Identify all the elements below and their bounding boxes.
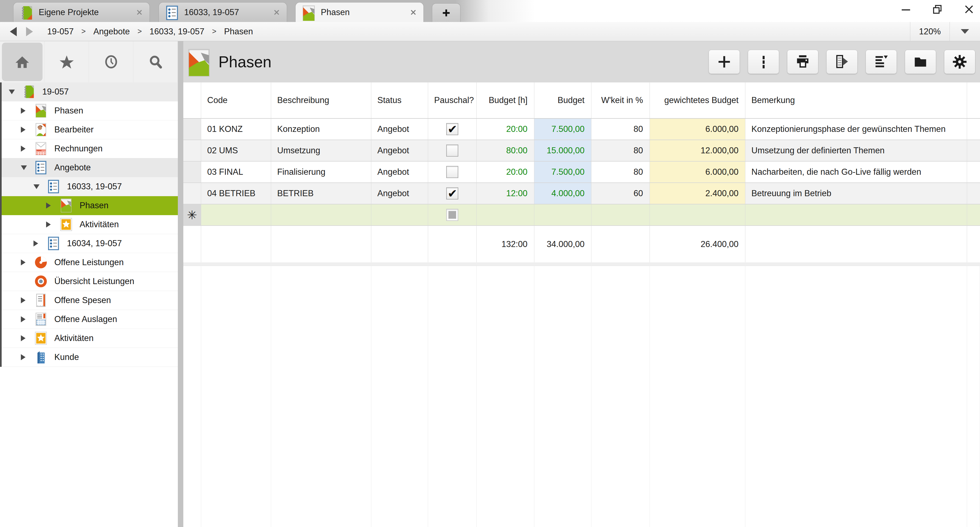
cell-beschreibung[interactable]: Konzeption bbox=[271, 119, 371, 140]
export-button[interactable] bbox=[826, 50, 858, 74]
cell-code[interactable]: 03 FINAL bbox=[201, 161, 271, 182]
close-tab-icon[interactable] bbox=[274, 10, 280, 15]
cell-gewichtetes-budget[interactable]: 2.400,00 bbox=[650, 183, 745, 204]
new-cell-budget-h[interactable] bbox=[477, 204, 535, 225]
cell-wkeit[interactable]: 80 bbox=[592, 140, 650, 161]
breadcrumb-item[interactable]: Angebote bbox=[93, 27, 130, 37]
tree-item-bearbeiter[interactable]: Bearbeiter bbox=[2, 120, 178, 139]
cell-bemerkung[interactable]: Nacharbeiten, die nach Go-Live fällig we… bbox=[745, 161, 967, 182]
column-header-budget-h[interactable]: Budget [h] bbox=[477, 82, 535, 118]
cell-beschreibung[interactable]: BETRIEB bbox=[271, 183, 371, 204]
settings-button[interactable] bbox=[944, 50, 975, 74]
cell-gewichtetes-budget[interactable]: 6.000,00 bbox=[650, 161, 745, 182]
print-button[interactable] bbox=[787, 50, 818, 74]
new-cell-budget[interactable] bbox=[535, 204, 592, 225]
cell-gewichtetes-budget[interactable]: 6.000,00 bbox=[650, 119, 745, 140]
tree-item-16034[interactable]: 16034, 19-057 bbox=[2, 234, 178, 253]
row-header-cell[interactable] bbox=[183, 119, 201, 140]
close-tab-icon[interactable] bbox=[410, 10, 416, 15]
pauschal-checkbox[interactable] bbox=[446, 123, 458, 135]
cell-status[interactable]: Angebot bbox=[371, 140, 428, 161]
cell-budget[interactable]: 15.000,00 bbox=[535, 140, 592, 161]
column-header-code[interactable]: Code bbox=[201, 82, 271, 118]
tree-item-rechnungen[interactable]: Rechnungen bbox=[2, 139, 178, 158]
tree-item-aktivitaeten-2[interactable]: Aktivitäten bbox=[2, 329, 178, 348]
cell-bemerkung[interactable]: Umsetzung der definierten Themen bbox=[745, 140, 967, 161]
pauschal-checkbox[interactable] bbox=[446, 145, 458, 157]
tree-item-angebote[interactable]: Angebote bbox=[2, 158, 178, 177]
add-button[interactable] bbox=[709, 50, 740, 74]
cell-wkeit[interactable]: 60 bbox=[592, 183, 650, 204]
nav-favorites-tab[interactable] bbox=[45, 41, 89, 82]
cell-status[interactable]: Angebot bbox=[371, 183, 428, 204]
pauschal-checkbox-disabled[interactable] bbox=[446, 209, 458, 221]
cell-code[interactable]: 04 BETRIEB bbox=[201, 183, 271, 204]
cell-wkeit[interactable]: 80 bbox=[592, 119, 650, 140]
cell-gewichtetes-budget[interactable]: 12.000,00 bbox=[650, 140, 745, 161]
cell-code[interactable]: 01 KONZ bbox=[201, 119, 271, 140]
breadcrumb-item[interactable]: 19-057 bbox=[47, 27, 74, 37]
new-cell-wkeit[interactable] bbox=[592, 204, 650, 225]
tree-item-offene-spesen[interactable]: Offene Spesen bbox=[2, 291, 178, 310]
pauschal-checkbox[interactable] bbox=[446, 166, 458, 178]
new-row[interactable]: ✳ bbox=[183, 204, 980, 226]
cell-budget[interactable]: 4.000,00 bbox=[535, 183, 592, 204]
breadcrumb-item[interactable]: Phasen bbox=[224, 27, 253, 37]
column-header-beschreibung[interactable]: Beschreibung bbox=[271, 82, 371, 118]
cell-budget[interactable]: 7.500,00 bbox=[535, 161, 592, 182]
folder-button[interactable] bbox=[905, 50, 936, 74]
nav-search-tab[interactable] bbox=[134, 41, 178, 82]
expand-icon[interactable] bbox=[21, 297, 30, 303]
tree-item-phasen[interactable]: Phasen bbox=[2, 101, 178, 120]
expand-icon[interactable] bbox=[21, 108, 30, 114]
tree-item-offene-leistungen[interactable]: Offene Leistungen bbox=[2, 253, 178, 272]
new-cell-status[interactable] bbox=[371, 204, 428, 225]
expand-icon[interactable] bbox=[21, 316, 30, 322]
cell-budget-h[interactable]: 80:00 bbox=[477, 140, 535, 161]
close-button[interactable] bbox=[964, 4, 975, 15]
close-tab-icon[interactable] bbox=[137, 10, 142, 15]
tree-item-16033[interactable]: 16033, 19-057 bbox=[2, 177, 178, 196]
cell-bemerkung[interactable]: Betreuung im Betrieb bbox=[745, 183, 967, 204]
cell-budget-h[interactable]: 12:00 bbox=[477, 183, 535, 204]
new-tab-button[interactable] bbox=[432, 3, 460, 22]
tree-item-offene-auslagen[interactable]: Offene Auslagen bbox=[2, 310, 178, 329]
tree-item-aktivitaeten[interactable]: Aktivitäten bbox=[2, 215, 178, 234]
cell-code[interactable]: 02 UMS bbox=[201, 140, 271, 161]
expand-icon[interactable] bbox=[46, 222, 56, 227]
row-header-cell[interactable] bbox=[183, 140, 201, 161]
cell-beschreibung[interactable]: Umsetzung bbox=[271, 140, 371, 161]
new-row-marker[interactable]: ✳ bbox=[183, 204, 201, 225]
forward-icon[interactable] bbox=[26, 27, 33, 36]
sidebar-splitter[interactable] bbox=[178, 41, 183, 527]
cell-status[interactable]: Angebot bbox=[371, 161, 428, 182]
zoom-dropdown[interactable] bbox=[950, 29, 980, 34]
new-cell-bemerkung[interactable] bbox=[745, 204, 967, 225]
table-row[interactable]: 04 BETRIEB BETRIEB Angebot 12:00 4.000,0… bbox=[183, 183, 980, 204]
column-header-budget[interactable]: Budget bbox=[535, 82, 592, 118]
tab-16033-19-057[interactable]: 16033, 19-057 bbox=[159, 2, 287, 22]
nav-history-tab[interactable] bbox=[89, 41, 134, 82]
collapse-icon[interactable] bbox=[21, 165, 30, 170]
tree-item-uebersicht-leistungen[interactable]: Übersicht Leistungen bbox=[2, 272, 178, 291]
cell-budget-h[interactable]: 20:00 bbox=[477, 161, 535, 182]
expand-icon[interactable] bbox=[21, 145, 30, 152]
collapse-icon[interactable] bbox=[33, 184, 43, 189]
restore-button[interactable] bbox=[932, 4, 943, 15]
table-row[interactable]: 02 UMS Umsetzung Angebot 80:00 15.000,00… bbox=[183, 140, 980, 161]
back-icon[interactable] bbox=[10, 27, 17, 36]
column-header-gewichtetes-budget[interactable]: gewichtetes Budget bbox=[650, 82, 745, 118]
tab-eigene-projekte[interactable]: Eigene Projekte bbox=[13, 2, 150, 22]
expand-icon[interactable] bbox=[21, 259, 30, 265]
new-cell-gewichtetes-budget[interactable] bbox=[650, 204, 745, 225]
cell-budget-h[interactable]: 20:00 bbox=[477, 119, 535, 140]
tree-item-kunde[interactable]: Kunde bbox=[2, 348, 178, 367]
pauschal-checkbox[interactable] bbox=[446, 187, 458, 200]
expand-icon[interactable] bbox=[21, 335, 30, 341]
expand-icon[interactable] bbox=[33, 240, 43, 246]
tab-phasen[interactable]: Phasen bbox=[295, 2, 424, 22]
expand-icon[interactable] bbox=[46, 203, 56, 209]
table-row[interactable]: 01 KONZ Konzeption Angebot 20:00 7.500,0… bbox=[183, 119, 980, 140]
column-header-status[interactable]: Status bbox=[371, 82, 428, 118]
cell-budget[interactable]: 7.500,00 bbox=[535, 119, 592, 140]
